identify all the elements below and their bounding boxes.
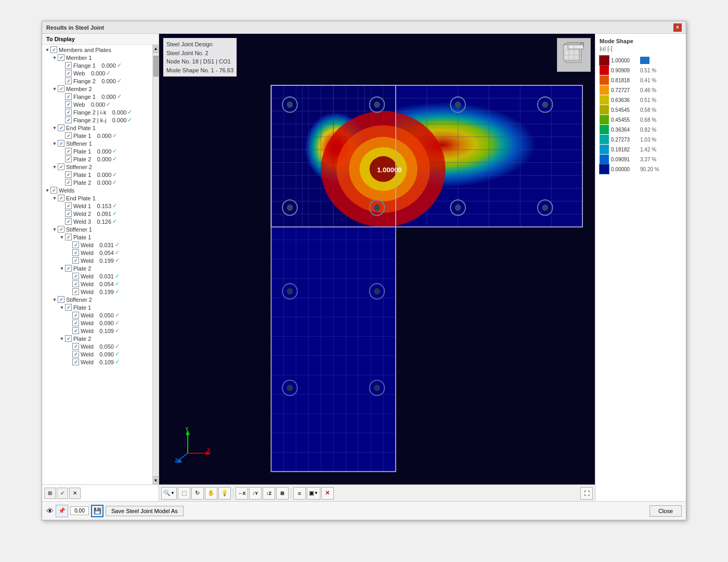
tree-item-w-s1-plate2[interactable]: ▼Plate 2 <box>44 264 150 272</box>
scroll-thumb[interactable] <box>153 56 159 76</box>
tree-item-s2plate1[interactable]: Plate 10.000✓ <box>44 171 150 178</box>
checkbox-w-s1p1-weld1[interactable] <box>72 241 79 248</box>
window-close-button[interactable]: × <box>673 23 682 32</box>
tree-item-member1[interactable]: ▼Member 1 <box>44 54 150 61</box>
expand-arrow[interactable]: ▼ <box>59 266 65 271</box>
tree-item-s2plate2[interactable]: Plate 20.000✓ <box>44 178 150 186</box>
checkbox-member2[interactable] <box>58 85 64 92</box>
tree-item-w-endplate1[interactable]: ▼End Plate 1 <box>44 194 150 202</box>
checkbox-stiffener1[interactable] <box>58 140 64 147</box>
expand-arrow[interactable]: ▼ <box>51 141 58 146</box>
tree-item-w-s1p2-weld1[interactable]: Weld0.031✓ <box>44 272 150 280</box>
checkbox-weld3[interactable] <box>65 218 72 225</box>
checkbox-endplate1[interactable] <box>58 124 64 131</box>
tree-item-w-s2p2-weld1[interactable]: Weld0.050✓ <box>44 342 150 350</box>
tree-item-endplate1[interactable]: ▼End Plate 1 <box>44 124 150 132</box>
lights-btn[interactable]: 💡 <box>218 487 231 500</box>
tree-item-w-s1p2-weld3[interactable]: Weld0.199✓ <box>44 288 150 296</box>
expand-arrow[interactable]: ▼ <box>59 305 65 310</box>
scroll-up-btn[interactable]: ▲ <box>153 45 159 53</box>
expand-arrow[interactable]: ▼ <box>59 336 65 341</box>
tree-item-w-s2p2-weld2[interactable]: Weld0.090✓ <box>44 350 150 358</box>
tree-item-web1[interactable]: Web0.000✓ <box>44 69 150 77</box>
scroll-down-btn[interactable]: ▼ <box>153 476 159 484</box>
tree-item-w-s2p1-weld1[interactable]: Weld0.050✓ <box>44 311 150 319</box>
checkbox-m2flange2ik[interactable] <box>65 109 72 116</box>
ok-icon-btn[interactable]: ✓ <box>57 488 68 499</box>
pan-btn[interactable]: ✋ <box>205 487 217 500</box>
checkbox-m2flange2kj[interactable] <box>65 117 72 123</box>
tree-item-s1plate1[interactable]: Plate 10.000✓ <box>44 147 150 155</box>
checkbox-web1[interactable] <box>65 70 72 76</box>
checkbox-w-s2-plate2[interactable] <box>65 335 72 342</box>
expand-arrow[interactable]: ▼ <box>59 235 65 240</box>
reset-btn[interactable]: ✕ <box>321 487 334 500</box>
checkbox-s1plate1[interactable] <box>65 148 72 155</box>
tree-item-s1plate2[interactable]: Plate 20.000✓ <box>44 155 150 163</box>
checkbox-w-s1p2-weld3[interactable] <box>72 288 79 295</box>
checkbox-weld2[interactable] <box>65 210 72 217</box>
view-dropdown[interactable]: ▣ ▼ <box>307 487 320 500</box>
checkbox-flange1[interactable] <box>65 62 72 69</box>
checkbox-w-s2p1-weld1[interactable] <box>72 312 79 318</box>
checkbox-s1plate2[interactable] <box>65 156 72 162</box>
checkbox-w-s2p2-weld3[interactable] <box>72 359 79 365</box>
rotate-btn[interactable]: ↻ <box>191 487 204 500</box>
tree-item-stiffener1[interactable]: ▼Stiffener 1 <box>44 139 150 147</box>
tree-item-m2web[interactable]: Web0.000✓ <box>44 100 150 108</box>
expand-arrow[interactable]: ▼ <box>51 86 58 92</box>
display-btn[interactable]: ⬚ <box>178 487 190 500</box>
tree-item-w-s1-plate1[interactable]: ▼Plate 1 <box>44 233 150 241</box>
checkbox-m2web[interactable] <box>65 101 72 108</box>
expand-arrow[interactable]: ▼ <box>44 47 50 53</box>
fit-all-btn[interactable]: ⊞ <box>276 487 289 500</box>
expand-arrow[interactable]: ▼ <box>44 188 50 193</box>
checkbox-flange2[interactable] <box>65 78 72 84</box>
checkbox-w-endplate1[interactable] <box>58 195 64 201</box>
tree-item-w-s1p1-weld3[interactable]: Weld0.199✓ <box>44 257 150 264</box>
tree-item-m2flange2kj[interactable]: Flange 2 | k-j0.000✓ <box>44 116 150 124</box>
left-panel-scrollbar[interactable]: ▲ ▼ <box>152 45 159 484</box>
fit-y-btn[interactable]: ↕Y <box>249 487 262 500</box>
checkbox-members-plates[interactable] <box>50 46 57 53</box>
checkbox-w-s1p2-weld2[interactable] <box>72 280 79 287</box>
checkbox-w-s1-plate1[interactable] <box>65 234 72 240</box>
checkbox-s2plate1[interactable] <box>65 171 72 178</box>
save-model-icon-btn[interactable]: 💾 <box>91 505 103 517</box>
tree-item-members-plates[interactable]: ▼Members and Plates <box>44 46 150 54</box>
copy-icon-btn[interactable]: ⊞ <box>44 488 56 499</box>
tree-item-flange1[interactable]: Flange 10.000✓ <box>44 61 150 69</box>
checkbox-w-s2p1-weld3[interactable] <box>72 327 79 334</box>
tree-item-weld1[interactable]: Weld 10.153✓ <box>44 202 150 210</box>
tree-item-m2flange2ik[interactable]: Flange 2 | i-k0.000✓ <box>44 108 150 116</box>
checkbox-w-s1p2-weld1[interactable] <box>72 273 79 279</box>
expand-arrow[interactable]: ▼ <box>51 55 58 60</box>
checkbox-s2plate2[interactable] <box>65 179 72 186</box>
tree-item-flange2[interactable]: Flange 20.000✓ <box>44 77 150 85</box>
checkbox-member1[interactable] <box>58 54 64 61</box>
tree-item-weld3[interactable]: Weld 30.126✓ <box>44 218 150 225</box>
checkbox-m2flange1[interactable] <box>65 93 72 100</box>
expand-arrow[interactable]: ▼ <box>51 164 58 170</box>
checkbox-w-s1-plate2[interactable] <box>65 265 72 272</box>
checkbox-w-s2p1-weld2[interactable] <box>72 320 79 326</box>
expand-arrow[interactable]: ▼ <box>51 125 58 131</box>
checkbox-w-s1p1-weld3[interactable] <box>72 257 79 264</box>
tree-item-w-s2p1-weld3[interactable]: Weld0.109✓ <box>44 327 150 335</box>
checkbox-ep1plate1[interactable] <box>65 132 72 139</box>
viewport[interactable]: Steel Joint Design Steel Joint No. 2 Nod… <box>159 34 595 484</box>
tree-item-w-stiff2[interactable]: ▼Stiffener 2 <box>44 296 150 303</box>
tree-item-stiffener2[interactable]: ▼Stiffener 2 <box>44 163 150 171</box>
save-model-button[interactable]: Save Steel Joint Model As <box>106 506 184 516</box>
expand-arrow[interactable]: ▼ <box>51 227 58 232</box>
checkbox-w-stiff1[interactable] <box>58 226 64 233</box>
close-button[interactable]: Close <box>649 505 682 517</box>
checkbox-welds[interactable] <box>50 187 57 194</box>
checkbox-w-s2-plate1[interactable] <box>65 304 72 311</box>
tree-item-w-s2p1-weld2[interactable]: Weld0.090✓ <box>44 319 150 327</box>
tree-item-w-s2-plate1[interactable]: ▼Plate 1 <box>44 303 150 311</box>
tree-item-ep1plate1[interactable]: Plate 10.000✓ <box>44 132 150 139</box>
pin-icon-btn[interactable]: 📌 <box>56 505 68 517</box>
fit-x-btn[interactable]: ↔X <box>236 487 248 500</box>
checkbox-weld1[interactable] <box>65 202 72 209</box>
